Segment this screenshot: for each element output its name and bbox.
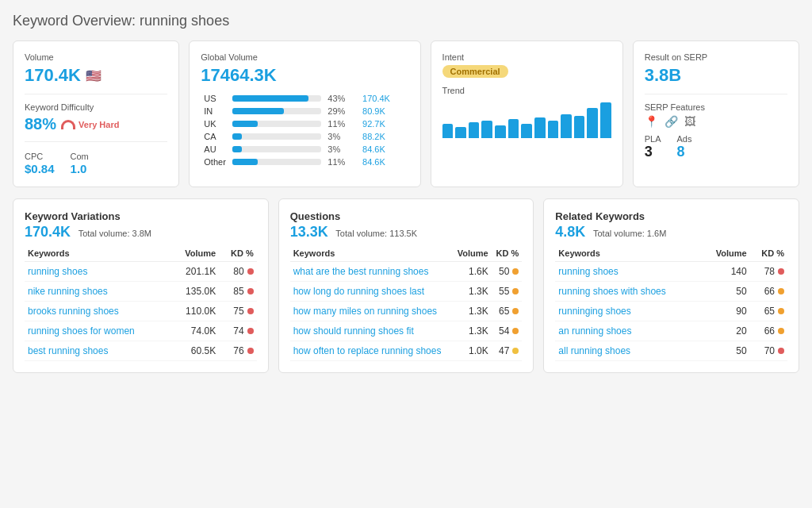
- serp-card: Result on SERP 3.8B SERP Features 📍 🔗 🖼 …: [633, 40, 799, 187]
- kw-link[interactable]: nike running shoes: [28, 286, 108, 297]
- kv-table: Keywords Volume KD % running shoes 201.1…: [25, 245, 257, 361]
- kv-section-title: Keyword Variations: [25, 210, 257, 222]
- kw-link[interactable]: an running shoes: [558, 325, 631, 337]
- bar-fill: [232, 121, 257, 127]
- kw-link[interactable]: running shoes for women: [28, 325, 135, 337]
- kw-kd: 65: [750, 302, 787, 321]
- table-row: what are the best running shoes 1.6K 50: [290, 262, 523, 282]
- kw-volume: 1.3K: [452, 282, 491, 302]
- kw-keyword[interactable]: how many miles on running shoes: [290, 302, 453, 321]
- bar-track: [232, 95, 321, 102]
- kd-dot: [512, 268, 519, 275]
- kw-keyword[interactable]: running shoes with shoes: [555, 282, 702, 302]
- bar-track: [232, 108, 321, 114]
- kw-volume: 201.1K: [171, 262, 220, 282]
- serp-result-label: Result on SERP: [645, 52, 787, 62]
- kw-volume: 140: [702, 262, 749, 282]
- bar-vol: 88.2K: [359, 130, 409, 143]
- kw-link[interactable]: how many miles on running shoes: [293, 306, 437, 317]
- bar-track-cell: [229, 117, 324, 130]
- kw-keyword[interactable]: running shoes for women: [25, 321, 171, 341]
- kw-volume: 60.5K: [171, 341, 220, 361]
- kw-kd: 85: [219, 282, 257, 302]
- bar-track-cell: [229, 130, 324, 143]
- kw-volume: 50: [702, 282, 749, 302]
- kw-volume: 1.3K: [452, 321, 491, 341]
- kw-link[interactable]: running shoes: [558, 266, 618, 277]
- trend-bar-item: [534, 117, 546, 138]
- volume-card: Volume 170.4K 🇺🇸 Keyword Difficulty 88% …: [13, 40, 179, 187]
- kw-keyword[interactable]: runninging shoes: [555, 302, 702, 321]
- bar-country: AU: [201, 143, 229, 156]
- kw-keyword[interactable]: brooks running shoes: [25, 302, 171, 321]
- com-item: Com 1.0: [71, 150, 89, 175]
- kw-link[interactable]: how should running shoes fit: [293, 325, 414, 337]
- table-row: an running shoes 20 66: [555, 321, 787, 341]
- page-title: Keyword Overview: running shoes: [13, 13, 799, 29]
- global-volume-card: Global Volume 17464.3K US 43% 170.4K IN …: [189, 40, 420, 187]
- kw-kd: 80: [219, 262, 257, 282]
- kd-dot: [247, 288, 254, 294]
- kw-keyword[interactable]: running shoes: [25, 262, 171, 282]
- kw-kd: 47: [492, 341, 523, 361]
- kw-keyword[interactable]: best running shoes: [25, 341, 171, 361]
- trend-bar-item: [574, 116, 585, 138]
- q-table: Keywords Volume KD % what are the best r…: [290, 245, 523, 361]
- kw-keyword[interactable]: an running shoes: [555, 321, 702, 341]
- kw-link[interactable]: all running shoes: [558, 345, 630, 356]
- kw-keyword[interactable]: how should running shoes fit: [290, 321, 453, 341]
- trend-label: Trend: [442, 86, 611, 95]
- kw-keyword[interactable]: how long do running shoes last: [290, 282, 453, 302]
- kw-kd: 66: [750, 282, 787, 302]
- kd-dot: [778, 268, 784, 275]
- kw-keyword[interactable]: running shoes: [555, 262, 702, 282]
- bar-pct: 11%: [324, 117, 359, 130]
- kd-dot: [247, 308, 254, 314]
- kw-volume: 20: [702, 321, 749, 341]
- bar-track: [232, 146, 321, 152]
- bar-track-cell: [229, 105, 324, 117]
- intent-card: Intent Commercial Trend: [431, 40, 623, 187]
- bar-pct: 3%: [324, 130, 359, 143]
- kw-link[interactable]: best running shoes: [28, 345, 108, 356]
- kw-volume: 74.0K: [171, 321, 220, 341]
- kw-link[interactable]: running shoes with shoes: [558, 286, 665, 297]
- bar-fill: [232, 95, 308, 102]
- kw-link[interactable]: brooks running shoes: [28, 306, 119, 317]
- kw-keyword[interactable]: what are the best running shoes: [290, 262, 453, 282]
- volume-value: 170.4K: [25, 65, 81, 86]
- kw-keyword[interactable]: all running shoes: [555, 341, 702, 361]
- trend-bar-item: [548, 121, 559, 138]
- table-row: all running shoes 50 70: [555, 341, 787, 361]
- kd-dot: [512, 348, 519, 354]
- trend-bar-item: [442, 124, 454, 138]
- bar-track-cell: [229, 92, 324, 105]
- serp-result-value: 3.8B: [645, 65, 787, 86]
- kw-link[interactable]: runninging shoes: [558, 306, 630, 317]
- bar-vol: 84.6K: [359, 143, 409, 156]
- global-bar-row: US 43% 170.4K: [201, 92, 408, 105]
- kw-link[interactable]: running shoes: [28, 266, 87, 277]
- kw-kd: 75: [219, 302, 257, 321]
- kv-col-kd: KD %: [219, 245, 257, 262]
- table-row: running shoes 140 78: [555, 262, 787, 282]
- kd-dot: [512, 328, 519, 334]
- kw-link[interactable]: how long do running shoes last: [293, 286, 424, 297]
- questions-card: Questions 13.3K Total volume: 113.5K Key…: [278, 198, 534, 373]
- kw-volume: 135.0K: [171, 282, 220, 302]
- kw-volume: 1.3K: [452, 302, 491, 321]
- table-row: nike running shoes 135.0K 85: [25, 282, 257, 302]
- bar-fill: [232, 146, 241, 152]
- bar-fill: [232, 159, 257, 165]
- table-row: how long do running shoes last 1.3K 55: [290, 282, 523, 302]
- kw-link[interactable]: how often to replace running shoes: [293, 345, 442, 356]
- kw-keyword[interactable]: nike running shoes: [25, 282, 171, 302]
- trend-bar-item: [455, 127, 466, 138]
- kd-dot: [778, 308, 784, 314]
- location-icon: 📍: [645, 115, 658, 128]
- global-bar-row: Other 11% 84.6K: [201, 156, 408, 168]
- table-row: runninging shoes 90 65: [555, 302, 787, 321]
- kw-keyword[interactable]: how often to replace running shoes: [290, 341, 453, 361]
- kw-link[interactable]: what are the best running shoes: [293, 266, 429, 277]
- rk-count: 4.8K: [555, 224, 585, 240]
